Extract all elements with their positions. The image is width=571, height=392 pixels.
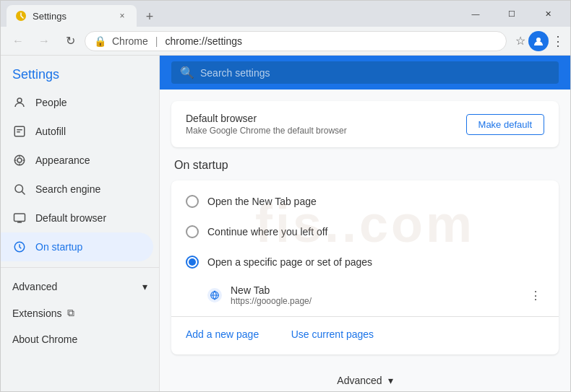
radio-inner-dot xyxy=(189,258,196,266)
tab-favicon xyxy=(15,10,27,22)
page-favicon-icon xyxy=(207,288,222,302)
page-url: https://gooogle.page/ xyxy=(231,296,518,306)
advanced-footer[interactable]: Advanced ▾ xyxy=(171,366,559,391)
tab-title: Settings xyxy=(33,11,66,22)
sidebar-item-people[interactable]: People xyxy=(1,88,153,117)
card-divider xyxy=(171,316,559,317)
search-bar-container: 🔍 xyxy=(160,56,570,90)
sidebar-default-browser-label: Default browser xyxy=(35,212,106,224)
sidebar-search-engine-label: Search engine xyxy=(35,183,100,195)
maximize-button[interactable]: ☐ xyxy=(495,3,528,25)
search-bar-icon: 🔍 xyxy=(180,66,194,79)
advanced-footer-label: Advanced xyxy=(337,375,382,386)
sidebar-item-search-engine[interactable]: Search engine xyxy=(1,175,153,204)
page-info: New Tab https://gooogle.page/ xyxy=(231,284,518,306)
startup-option-new-tab[interactable]: Open the New Tab page xyxy=(171,186,559,217)
advanced-chevron-icon: ▾ xyxy=(142,281,147,292)
appearance-icon xyxy=(12,153,27,167)
default-browser-title: Default browser xyxy=(186,113,347,124)
address-right-icons: ☆ xyxy=(515,34,525,48)
people-icon xyxy=(12,95,27,110)
sidebar-divider xyxy=(1,267,159,268)
on-startup-icon xyxy=(12,240,27,254)
sidebar-appearance-label: Appearance xyxy=(35,154,90,166)
sidebar-people-label: People xyxy=(35,97,67,108)
sidebar-item-default-browser[interactable]: Default browser xyxy=(1,204,153,232)
on-startup-section-title: On startup xyxy=(171,159,559,172)
svg-rect-14 xyxy=(14,214,25,222)
new-tab-button[interactable]: + xyxy=(139,6,160,27)
add-new-page-button[interactable]: Add a new page xyxy=(171,320,273,349)
settings-main-content: Default browser Make Google Chrome the d… xyxy=(160,90,570,391)
radio-new-tab xyxy=(186,195,199,208)
svg-point-12 xyxy=(15,185,23,193)
main-area: Settings People Autofill Appearance xyxy=(1,56,570,391)
default-browser-icon xyxy=(12,211,27,225)
svg-line-13 xyxy=(22,191,25,194)
sidebar-title: Settings xyxy=(1,56,159,88)
lock-icon: 🔒 xyxy=(94,35,106,47)
search-bar[interactable]: 🔍 xyxy=(171,61,559,84)
advanced-label: Advanced xyxy=(12,281,57,292)
settings-content-area: 🔍 Default browser Make Google Chrome the… xyxy=(160,56,570,391)
use-current-pages-button[interactable]: Use current pages xyxy=(277,320,388,349)
minimize-button[interactable]: — xyxy=(459,3,492,25)
startup-options-card: Open the New Tab page Continue where you… xyxy=(171,180,559,354)
search-settings-input[interactable] xyxy=(200,67,550,79)
close-button[interactable]: ✕ xyxy=(531,3,564,25)
title-bar: Settings × + — ☐ ✕ xyxy=(1,1,570,27)
sidebar-item-autofill[interactable]: Autofill xyxy=(1,117,153,146)
address-url: chrome://settings xyxy=(165,35,497,47)
default-browser-subtitle: Make Google Chrome the default browser xyxy=(186,126,347,136)
sidebar-item-about-chrome[interactable]: About Chrome xyxy=(1,326,159,352)
window-controls: — ☐ ✕ xyxy=(459,3,564,25)
advanced-footer-icon: ▾ xyxy=(388,375,393,386)
forward-button[interactable]: → xyxy=(33,30,56,53)
radio-continue xyxy=(186,225,199,238)
external-link-icon: ⧉ xyxy=(67,307,74,319)
startup-option-continue[interactable]: Continue where you left off xyxy=(171,217,559,247)
default-browser-card: Default browser Make Google Chrome the d… xyxy=(171,101,559,147)
radio-specific-page xyxy=(186,256,199,269)
profile-button[interactable] xyxy=(528,31,549,51)
bookmark-icon[interactable]: ☆ xyxy=(515,34,525,48)
browser-menu-button[interactable]: ⋮ xyxy=(551,33,564,49)
about-chrome-label: About Chrome xyxy=(12,334,77,345)
page-entry-new-tab: New Tab https://gooogle.page/ ⋮ xyxy=(171,277,559,313)
active-tab[interactable]: Settings × xyxy=(7,5,137,27)
address-bar[interactable]: 🔒 Chrome | chrome://settings xyxy=(85,31,507,51)
extensions-label: Extensions xyxy=(12,308,61,319)
autofill-icon xyxy=(12,124,27,139)
make-default-button[interactable]: Make default xyxy=(466,114,544,135)
sidebar-item-appearance[interactable]: Appearance xyxy=(1,146,153,175)
sidebar: Settings People Autofill Appearance xyxy=(1,56,160,391)
refresh-button[interactable]: ↻ xyxy=(59,30,82,53)
startup-new-tab-label: Open the New Tab page xyxy=(207,196,317,207)
tab-group: Settings × + xyxy=(7,1,160,27)
search-engine-icon xyxy=(12,182,27,196)
startup-option-specific-page[interactable]: Open a specific page or set of pages xyxy=(171,247,559,277)
sidebar-item-extensions[interactable]: Extensions ⧉ xyxy=(1,300,159,326)
address-separator: | xyxy=(155,35,158,47)
sidebar-advanced-section[interactable]: Advanced ▾ xyxy=(1,274,159,300)
svg-point-2 xyxy=(17,98,22,103)
svg-point-7 xyxy=(17,158,22,162)
startup-continue-label: Continue where you left off xyxy=(207,226,327,238)
nav-bar: ← → ↻ 🔒 Chrome | chrome://settings ☆ ⋮ xyxy=(1,27,570,56)
page-name: New Tab xyxy=(231,284,518,296)
sidebar-autofill-label: Autofill xyxy=(35,126,66,137)
page-menu-button[interactable]: ⋮ xyxy=(527,287,544,304)
address-chrome-label: Chrome xyxy=(112,35,148,47)
default-browser-text: Default browser Make Google Chrome the d… xyxy=(186,113,347,136)
tab-close-button[interactable]: × xyxy=(116,10,128,22)
sidebar-on-startup-label: On startup xyxy=(35,241,82,253)
sidebar-item-on-startup[interactable]: On startup xyxy=(1,232,153,261)
startup-specific-page-label: Open a specific page or set of pages xyxy=(207,256,372,268)
back-button[interactable]: ← xyxy=(7,30,30,53)
